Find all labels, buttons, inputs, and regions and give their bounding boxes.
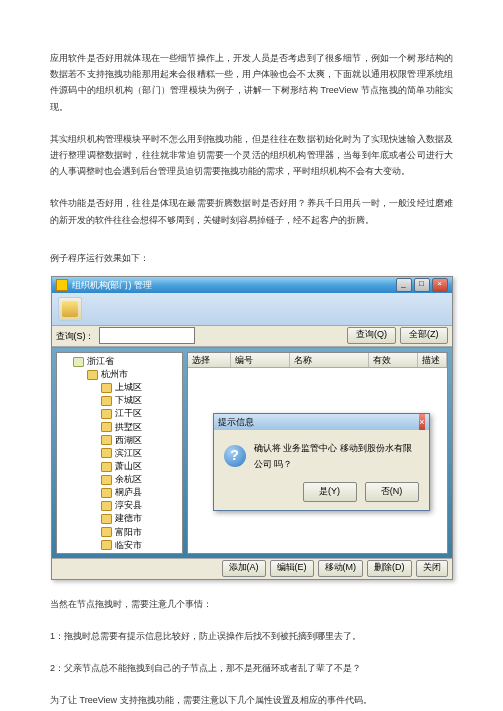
add-button[interactable]: 添加(A) — [222, 560, 266, 577]
window-title: 组织机构(部门) 管理 — [72, 277, 394, 293]
folder-icon — [101, 383, 112, 393]
dialog-title: 提示信息 — [218, 414, 420, 430]
close-button[interactable]: × — [432, 278, 448, 292]
app-icon — [56, 279, 68, 291]
dialog-yes-button[interactable]: 是(Y) — [303, 482, 357, 502]
tree-node[interactable]: 下城区 — [99, 394, 180, 407]
app-window: 组织机构(部门) 管理 _ □ × 查询(S)： 查询(Q) 全部(Z) — [51, 276, 453, 580]
status-bar: 添加(A) 编辑(E) 移动(M) 删除(D) 关闭 — [52, 558, 452, 579]
intro-paragraph-3: 软件功能是否好用，往往是体现在最需要折腾数据时是否好用？养兵千日用兵一时，一般没… — [50, 195, 453, 227]
tree-node[interactable]: 桐庐县 — [99, 486, 180, 499]
folder-icon — [101, 475, 112, 485]
dialog-no-button[interactable]: 否(N) — [365, 482, 419, 502]
dialog-titlebar: 提示信息 × — [214, 414, 429, 430]
col-desc[interactable]: 描述 — [418, 353, 447, 367]
folder-icon — [101, 462, 112, 472]
tree-pane[interactable]: 浙江省 杭州市 上城区 下城区 江干区 拱墅区 西湖区 — [56, 352, 183, 554]
toolbar — [52, 293, 452, 326]
tree-node[interactable]: 上城区 — [99, 381, 180, 394]
grid-pane: 选择 编号 名称 有效 描述 提示信息 × ? — [187, 352, 448, 554]
folder-icon — [101, 514, 112, 524]
folder-icon — [101, 501, 112, 511]
intro-paragraph-2: 其实组织机构管理模块平时不怎么用到拖拽功能，但是往往在数据初始化时为了实现快速输… — [50, 131, 453, 180]
col-name[interactable]: 名称 — [290, 353, 369, 367]
tree-node-selected[interactable]: 股份软件有限公司 总公司 上海 监控管理办公室 — [99, 552, 180, 554]
tree-node[interactable]: 建德市 — [99, 512, 180, 525]
maximize-button[interactable]: □ — [414, 278, 430, 292]
dialog-message: 确认将 业务监管中心 移动到股份水有限公司 吗？ — [254, 440, 419, 472]
tree-node[interactable]: 萧山区 — [99, 460, 180, 473]
grid-header: 选择 编号 名称 有效 描述 — [188, 353, 447, 368]
search-label: 查询(S)： — [56, 328, 95, 344]
edit-button[interactable]: 编辑(E) — [270, 560, 314, 577]
screenshot-caption: 例子程序运行效果如下： — [50, 250, 453, 266]
notes-intro: 当然在节点拖拽时，需要注意几个事情： — [50, 596, 453, 612]
toolbar-button-1[interactable] — [58, 297, 82, 321]
tree-node[interactable]: 西湖区 — [99, 434, 180, 447]
folder-icon — [101, 488, 112, 498]
search-button[interactable]: 查询(Q) — [347, 327, 396, 344]
intro-paragraph-1: 应用软件是否好用就体现在一些细节操作上，开发人员是否考虑到了很多细节，例如一个树… — [50, 50, 453, 115]
confirm-dialog: 提示信息 × ? 确认将 业务监管中心 移动到股份水有限公司 吗？ 是(Y) 否… — [213, 413, 430, 511]
note-1: 1：拖拽时总需要有提示信息比较好，防止误操作后找不到被托摘到哪里去了。 — [50, 628, 453, 644]
folder-icon — [101, 527, 112, 537]
folder-icon — [101, 422, 112, 432]
tree-node[interactable]: 临安市 — [99, 539, 180, 552]
folder-icon — [87, 370, 98, 380]
col-select[interactable]: 选择 — [188, 353, 231, 367]
col-code[interactable]: 编号 — [231, 353, 290, 367]
folder-icon — [101, 435, 112, 445]
question-icon: ? — [224, 445, 246, 467]
move-button[interactable]: 移动(M) — [318, 560, 364, 577]
folder-icon — [101, 540, 112, 550]
minimize-button[interactable]: _ — [396, 278, 412, 292]
tree-node[interactable]: 富阳市 — [99, 526, 180, 539]
tree-node[interactable]: 江干区 — [99, 407, 180, 420]
tree-node[interactable]: 滨江区 — [99, 447, 180, 460]
tree-node[interactable]: 淳安县 — [99, 499, 180, 512]
tree-root[interactable]: 浙江省 杭州市 上城区 下城区 江干区 拱墅区 西湖区 — [71, 355, 180, 554]
screenshot: 组织机构(部门) 管理 _ □ × 查询(S)： 查询(Q) 全部(Z) — [50, 276, 453, 580]
close-window-button[interactable]: 关闭 — [416, 560, 448, 577]
reset-button[interactable]: 全部(Z) — [400, 327, 448, 344]
col-valid[interactable]: 有效 — [369, 353, 418, 367]
closing-paragraph: 为了让 TreeView 支持拖拽功能，需要注意以下几个属性设置及相应的事件代码… — [50, 692, 453, 708]
tree-node[interactable]: 余杭区 — [99, 473, 180, 486]
folder-icon — [73, 357, 84, 367]
titlebar: 组织机构(部门) 管理 _ □ × — [52, 277, 452, 293]
note-2: 2：父亲节点总不能拖拽到自己的子节点上，那不是死循环或者乱了辈了不是？ — [50, 660, 453, 676]
search-input[interactable] — [99, 327, 195, 344]
folder-icon — [101, 409, 112, 419]
folder-icon — [101, 448, 112, 458]
tree-node[interactable]: 拱墅区 — [99, 421, 180, 434]
dialog-close-button[interactable]: × — [419, 414, 424, 430]
folder-icon — [101, 396, 112, 406]
tree-node[interactable]: 杭州市 上城区 下城区 江干区 拱墅区 西湖区 滨江区 — [85, 368, 180, 554]
folder-icon — [101, 553, 112, 554]
delete-button[interactable]: 删除(D) — [367, 560, 412, 577]
search-bar: 查询(S)： 查询(Q) 全部(Z) — [52, 326, 452, 347]
